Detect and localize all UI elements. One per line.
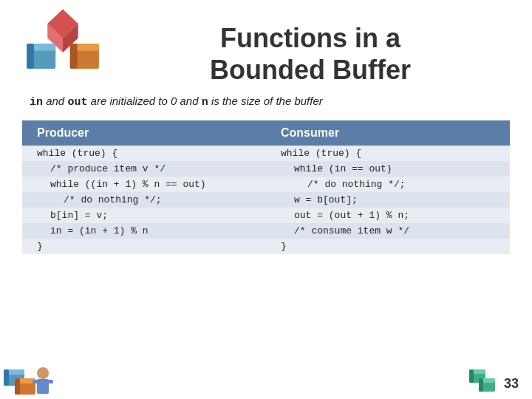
slide: Functions in a Bounded Buffer in and out… xyxy=(0,0,532,399)
consumer-row-3: /* do nothing */; xyxy=(266,177,510,192)
table-row: while (true) { while (true) { xyxy=(22,146,510,161)
producer-row-6: in = (in + 1) % n xyxy=(22,223,266,239)
title-line2: Bounded Buffer xyxy=(210,55,411,85)
consumer-row-1: while (true) { xyxy=(266,146,510,161)
table-row: b[in] = v; out = (out + 1) % n; xyxy=(22,208,510,223)
table-row: /* produce item v */ while (in == out) xyxy=(22,161,510,177)
svg-rect-21 xyxy=(469,369,474,383)
subtitle-and: and xyxy=(46,95,67,107)
bottom-left-decoration xyxy=(0,355,59,399)
bottom-left-icon xyxy=(0,355,59,399)
svg-rect-11 xyxy=(4,369,9,386)
svg-rect-17 xyxy=(33,380,40,383)
subtitle-line: in and out are initialized to 0 and n is… xyxy=(22,95,510,109)
subtitle-out: out xyxy=(67,96,87,109)
svg-rect-18 xyxy=(46,380,53,383)
title-line1: Functions in a xyxy=(220,23,400,53)
svg-rect-14 xyxy=(15,378,20,395)
header-icons xyxy=(22,7,103,80)
subtitle-text2: is the size of the buffer xyxy=(211,95,323,107)
consumer-row-2: while (in == out) xyxy=(266,161,510,177)
table-row: } } xyxy=(22,239,510,254)
svg-rect-24 xyxy=(479,378,483,392)
subtitle-n: n xyxy=(202,96,208,109)
table-row: /* do nothing */; w = b[out]; xyxy=(22,192,510,208)
producer-row-1: while (true) { xyxy=(22,146,266,161)
boxes-icon xyxy=(22,7,103,80)
consumer-row-7: } xyxy=(266,239,510,254)
col-header-consumer: Consumer xyxy=(266,120,510,146)
table-row: while ((in + 1) % n == out) /* do nothin… xyxy=(22,177,510,192)
consumer-row-5: out = (out + 1) % n; xyxy=(266,208,510,223)
producer-row-5: b[in] = v; xyxy=(22,208,266,223)
consumer-row-6: /* consume item w */ xyxy=(266,223,510,239)
slide-title: Functions in a Bounded Buffer xyxy=(111,22,510,86)
subtitle-text1: are initialized to 0 and xyxy=(91,95,202,107)
consumer-row-4: w = b[out]; xyxy=(266,192,510,208)
title-area: Functions in a Bounded Buffer xyxy=(111,15,510,86)
col-header-producer: Producer xyxy=(22,120,266,146)
table-row: in = (in + 1) % n /* consume item w */ xyxy=(22,223,510,239)
header-area: Functions in a Bounded Buffer xyxy=(22,15,510,86)
producer-row-2: /* produce item v */ xyxy=(22,161,266,177)
subtitle-in: in xyxy=(30,96,43,109)
svg-rect-8 xyxy=(70,44,78,69)
svg-rect-5 xyxy=(27,44,34,69)
bottom-right-decoration xyxy=(466,362,510,399)
producer-row-4: /* do nothing */; xyxy=(22,192,266,208)
code-table: Producer Consumer while (true) { while (… xyxy=(22,120,510,254)
producer-row-7: } xyxy=(22,239,266,254)
bottom-right-icon xyxy=(466,362,510,399)
producer-row-3: while ((in + 1) % n == out) xyxy=(22,177,266,192)
svg-point-15 xyxy=(37,367,49,379)
